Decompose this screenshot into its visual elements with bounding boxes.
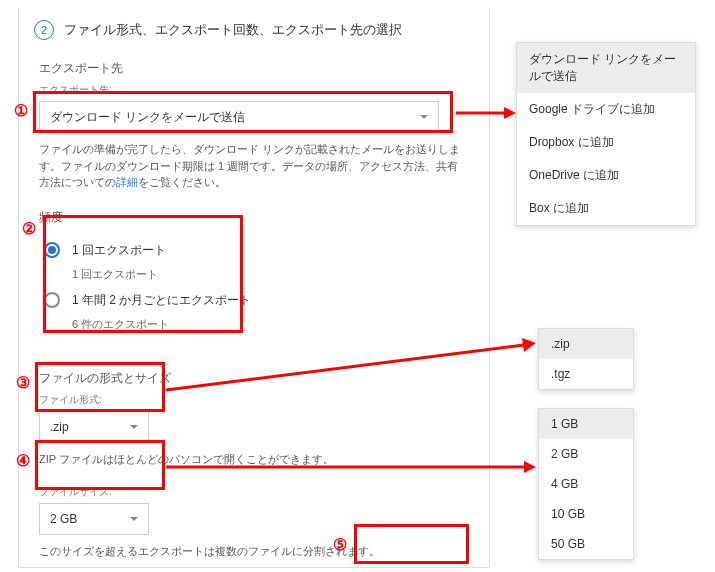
- type-option-zip[interactable]: .zip: [539, 329, 633, 359]
- size-option-1gb[interactable]: 1 GB: [539, 409, 633, 439]
- destination-label: エクスポート先:: [39, 83, 469, 97]
- svg-marker-5: [524, 461, 536, 473]
- annotation-number-2: ②: [19, 218, 39, 238]
- frequency-option-once-sub: 1 回エクスポート: [72, 267, 464, 282]
- radio-label: 1 年間 2 か月ごとにエクスポート: [72, 292, 251, 309]
- frequency-option-bimonthly[interactable]: 1 年間 2 か月ごとにエクスポート: [44, 292, 464, 309]
- filetype-options-panel: .zip .tgz: [538, 328, 634, 390]
- filesize-section: ファイルサイズ: 2 GB このサイズを超えるエクスポートは複数のファイルに分割…: [39, 485, 469, 560]
- frequency-heading: 頻度: [39, 209, 469, 226]
- svg-marker-1: [504, 107, 516, 119]
- size-option-50gb[interactable]: 50 GB: [539, 529, 633, 559]
- radio-icon: [44, 292, 60, 308]
- annotation-number-4: ④: [13, 450, 33, 470]
- frequency-section: 頻度 1 回エクスポート 1 回エクスポート 1 年間 2 か月ごとにエクスポー…: [39, 209, 469, 352]
- chevron-down-icon: [130, 425, 138, 429]
- step-title: ファイル形式、エクスポート回数、エクスポート先の選択: [64, 21, 402, 39]
- filetype-heading: ファイルの形式とサイズ: [39, 370, 469, 387]
- frequency-option-once[interactable]: 1 回エクスポート: [44, 242, 464, 259]
- chevron-down-icon: [130, 517, 138, 521]
- annotation-number-5: ⑤: [330, 534, 350, 554]
- filetype-select[interactable]: .zip: [39, 411, 149, 443]
- filesize-select[interactable]: 2 GB: [39, 503, 149, 535]
- chevron-down-icon: [420, 115, 428, 119]
- svg-marker-3: [522, 338, 536, 352]
- radio-label: 1 回エクスポート: [72, 242, 166, 259]
- destination-selected-value: ダウンロード リンクをメールで送信: [50, 109, 245, 126]
- frequency-option-bimonthly-sub: 6 件のエクスポート: [72, 317, 464, 332]
- annotation-number-1: ①: [11, 100, 31, 120]
- radio-icon: [44, 242, 60, 258]
- dest-option-onedrive[interactable]: OneDrive に追加: [517, 159, 695, 192]
- size-option-10gb[interactable]: 10 GB: [539, 499, 633, 529]
- destination-section: エクスポート先 エクスポート先: ダウンロード リンクをメールで送信 ファイルの…: [39, 60, 469, 191]
- filesize-options-panel: 1 GB 2 GB 4 GB 10 GB 50 GB: [538, 408, 634, 560]
- destination-heading: エクスポート先: [39, 60, 469, 77]
- destination-select[interactable]: ダウンロード リンクをメールで送信: [39, 101, 439, 133]
- filetype-help: ZIP ファイルはほとんどのパソコンで開くことができます。: [39, 451, 469, 468]
- filetype-label: ファイル形式:: [39, 393, 469, 407]
- destination-options-panel: ダウンロード リンクをメールで送信 Google ドライブに追加 Dropbox…: [516, 42, 696, 226]
- destination-help: ファイルの準備が完了したら、ダウンロード リンクが記載されたメールをお送りします…: [39, 141, 469, 191]
- filesize-selected-value: 2 GB: [50, 512, 77, 526]
- dest-option-box[interactable]: Box に追加: [517, 192, 695, 225]
- step-number-badge: 2: [34, 20, 54, 40]
- dest-option-dropbox[interactable]: Dropbox に追加: [517, 126, 695, 159]
- type-option-tgz[interactable]: .tgz: [539, 359, 633, 389]
- filetype-section: ファイルの形式とサイズ ファイル形式: .zip ZIP ファイルはほとんどのパ…: [39, 370, 469, 468]
- size-option-2gb[interactable]: 2 GB: [539, 439, 633, 469]
- size-option-4gb[interactable]: 4 GB: [539, 469, 633, 499]
- step-header: 2 ファイル形式、エクスポート回数、エクスポート先の選択: [34, 20, 469, 40]
- filetype-selected-value: .zip: [50, 420, 69, 434]
- annotation-number-3: ③: [13, 372, 33, 392]
- details-link[interactable]: 詳細: [116, 176, 138, 188]
- filesize-help: このサイズを超えるエクスポートは複数のファイルに分割されます。: [39, 543, 469, 560]
- frequency-radio-group: 1 回エクスポート 1 回エクスポート 1 年間 2 か月ごとにエクスポート 6…: [39, 232, 469, 352]
- dest-option-drive[interactable]: Google ドライブに追加: [517, 93, 695, 126]
- dest-option-email[interactable]: ダウンロード リンクをメールで送信: [517, 43, 695, 93]
- export-settings-panel: 2 ファイル形式、エクスポート回数、エクスポート先の選択 エクスポート先 エクス…: [18, 8, 490, 568]
- filesize-label: ファイルサイズ:: [39, 485, 469, 499]
